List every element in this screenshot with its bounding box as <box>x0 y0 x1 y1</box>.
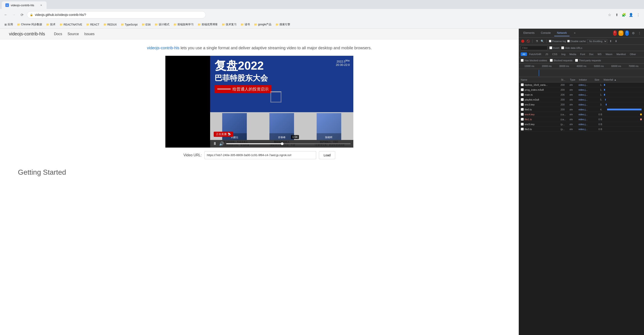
row-checkbox-5[interactable] <box>521 108 524 111</box>
nav-source[interactable]: Source <box>68 32 79 36</box>
col-initiator-header[interactable]: Initiator <box>579 78 594 81</box>
bookmark-redux[interactable]: 📁 REDUX <box>102 22 118 27</box>
disable-cache-checkbox[interactable] <box>567 40 570 42</box>
bookmark-reading[interactable]: 📁 读书 <box>239 22 252 27</box>
hide-data-checkbox[interactable] <box>561 46 564 49</box>
throttle-select[interactable]: No throttling <box>587 39 607 43</box>
blocked-cookies-checkbox[interactable] <box>521 59 524 62</box>
table-row[interactable]: main.ts 206 xhr video.j... 1. <box>519 92 644 97</box>
filter-tab-fetch[interactable]: Fetch/XHR <box>528 52 543 56</box>
filter-button[interactable]: ⚗ <box>535 39 539 43</box>
row-checkbox-6[interactable] <box>521 113 524 116</box>
extensions-button[interactable]: 🧩 <box>621 12 627 18</box>
devtools-settings-btn[interactable]: ⚙ <box>630 31 636 36</box>
filter-tab-other[interactable]: Other <box>628 52 638 56</box>
network-list[interactable]: bipbop_16x9_varia... 200 xhr video.j... … <box>519 82 644 335</box>
filter-tab-ws[interactable]: WS <box>596 52 603 56</box>
row-checkbox-1[interactable] <box>521 88 524 91</box>
bookmark-tech-review[interactable]: 📁 技术复习 <box>220 22 238 27</box>
row-checkbox-9[interactable] <box>521 128 524 131</box>
preserve-log-label[interactable]: Preserve log <box>549 40 566 43</box>
bookmark-es6[interactable]: 📁 ES6 <box>140 22 152 27</box>
third-party-label[interactable]: Third-party requests <box>575 59 601 62</box>
disable-cache-label[interactable]: Disable cache <box>567 40 586 43</box>
bookmark-frontend-arch[interactable]: 📁 前端架构学习 <box>172 22 195 27</box>
search-button[interactable]: 🔍 <box>540 39 544 43</box>
devtools-tab-elements[interactable]: Elements <box>521 30 537 36</box>
video-controls[interactable]: ⏸ 🔊 <box>210 140 353 148</box>
col-type-header[interactable]: Type <box>570 78 579 81</box>
table-row[interactable]: enc3.key 200 xhr video.j... 3. <box>519 102 644 107</box>
devtools-more-btn[interactable]: ⋮ <box>637 31 642 36</box>
blocked-cookies-label[interactable]: Has blocked cookies <box>521 59 547 62</box>
blocked-requests-checkbox[interactable] <box>550 59 553 62</box>
table-row[interactable]: file1.ts (ca... xhr video.j... 0 B <box>519 117 644 122</box>
row-checkbox-0[interactable] <box>521 83 524 86</box>
bookmark-apps[interactable]: ⊞ 应用 <box>3 22 15 27</box>
upload-icon[interactable]: ⬆ <box>609 39 613 43</box>
filter-tab-font[interactable]: Font <box>578 52 587 56</box>
filter-tab-manifest[interactable]: Manifest <box>615 52 628 56</box>
filter-tab-wasm[interactable]: Wasm <box>604 52 614 56</box>
table-row[interactable]: enc5.key (p... xhr video.j... 0 B <box>519 122 644 127</box>
col-status-header[interactable]: St... <box>561 78 570 81</box>
hide-data-label[interactable]: Hide data URLs <box>561 46 582 49</box>
table-row[interactable]: playlist.m3u8 200 xhr video.j... 5. <box>519 97 644 102</box>
filter-tab-js[interactable]: JS <box>544 52 550 56</box>
nav-issues[interactable]: Issues <box>84 32 94 36</box>
bookmark-button[interactable]: ☆ <box>606 12 613 18</box>
nav-docs[interactable]: Docs <box>54 32 62 36</box>
menu-button[interactable]: ⋮ <box>635 12 641 18</box>
bookmark-reactnative[interactable]: 📁 REACTNATIVE <box>58 22 84 27</box>
filter-tab-img[interactable]: Img <box>560 52 567 56</box>
reload-button[interactable]: ⟳ <box>19 12 25 18</box>
filter-input[interactable] <box>521 46 548 50</box>
bookmark-tech[interactable]: 📁 技术 <box>44 22 57 27</box>
bookmark-react[interactable]: 📁 REACT <box>84 22 101 27</box>
bookmark-search-engine[interactable]: 📁 搜索引擎 <box>274 22 292 27</box>
bookmark-design-pattern[interactable]: 📁 设计模式 <box>153 22 171 27</box>
preserve-log-checkbox[interactable] <box>549 40 551 42</box>
download-icon[interactable]: ⬇ <box>614 39 618 43</box>
filter-tab-css[interactable]: CSS <box>550 52 559 56</box>
table-row[interactable]: prog_index.m3u8 200 xhr video.j... 1. <box>519 87 644 92</box>
clear-button[interactable]: 🚫 <box>526 39 530 43</box>
filter-tab-all[interactable]: All <box>521 52 527 56</box>
load-button[interactable]: Load <box>319 151 335 159</box>
bookmark-chrome-sync[interactable]: 📁 Chrome 同步数据 <box>15 22 44 27</box>
row-checkbox-2[interactable] <box>521 93 524 96</box>
blocked-requests-label[interactable]: Blocked requests <box>550 59 572 62</box>
row-checkbox-4[interactable] <box>521 103 524 106</box>
table-row[interactable]: bipbop_16x9_varia... 200 xhr video.j... … <box>519 82 644 87</box>
progress-bar[interactable] <box>226 143 351 144</box>
active-tab[interactable]: v videojs-contrib-hls ✕ <box>2 1 46 9</box>
third-party-checkbox[interactable] <box>575 59 578 62</box>
profile-button[interactable]: 👤 <box>628 12 634 18</box>
filter-tab-media[interactable]: Media <box>568 52 578 56</box>
bookmark-google-products[interactable]: 📁 google产品 <box>252 22 273 27</box>
tab-close-btn[interactable]: ✕ <box>40 3 43 7</box>
row-checkbox-7[interactable] <box>521 118 524 121</box>
col-waterfall-header[interactable]: Waterfall ▲ <box>604 78 642 81</box>
col-name-header[interactable]: Name <box>521 78 561 81</box>
forward-button[interactable]: → <box>11 12 17 18</box>
col-size-header[interactable]: Size <box>594 78 604 81</box>
invert-label[interactable]: Invert <box>549 46 560 49</box>
volume-button[interactable]: 🔊 <box>219 141 224 146</box>
table-row[interactable]: file3.ts (p... xhr video.j... 0 B <box>519 127 644 132</box>
pause-button[interactable]: ⏸ <box>213 141 217 146</box>
address-bar[interactable]: 🔒 videojs.github.io/videojs-contrib-hls/… <box>27 11 206 18</box>
back-button[interactable]: ← <box>3 12 9 18</box>
bookmark-frontend-blog[interactable]: 📁 前端优秀博客 <box>196 22 220 27</box>
video-url-input[interactable] <box>204 151 316 159</box>
devtools-more-tabs[interactable]: » <box>571 30 578 36</box>
row-checkbox-3[interactable] <box>521 98 524 101</box>
table-row[interactable]: enc4.key (ca... xhr video.j... 0 B <box>519 112 644 117</box>
devtools-tab-console[interactable]: Console <box>538 30 553 36</box>
video-area[interactable]: 复盘2022 巴菲特股东大会 2022.5May 20:30-22:0 给普通人… <box>165 56 353 148</box>
record-button[interactable] <box>521 39 525 43</box>
filter-tab-doc[interactable]: Doc <box>588 52 596 56</box>
invert-checkbox[interactable] <box>549 46 552 49</box>
tagline-link[interactable]: videojs-contrib-hls <box>147 46 180 50</box>
table-row[interactable]: file0.ts 200 xhr video.j... 4. <box>519 107 644 112</box>
